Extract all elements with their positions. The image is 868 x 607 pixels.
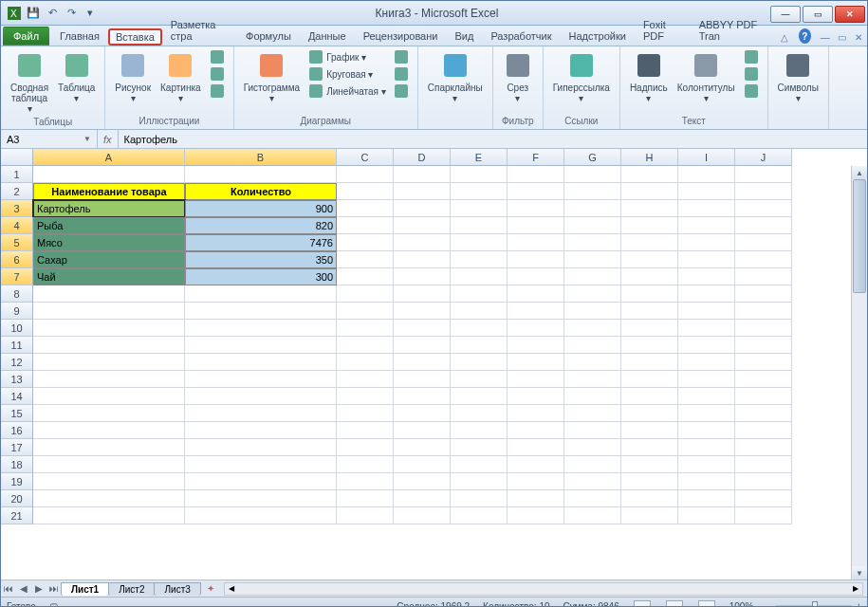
cell-E13[interactable] [451, 371, 508, 388]
cell-D18[interactable] [394, 456, 451, 473]
cell-D21[interactable] [394, 507, 451, 524]
cell-J6[interactable] [735, 251, 792, 268]
cell-F4[interactable] [508, 217, 564, 234]
cell-E14[interactable] [451, 388, 508, 405]
cell-E19[interactable] [451, 473, 508, 490]
cell-B9[interactable] [185, 303, 337, 320]
cell-D11[interactable] [394, 337, 451, 354]
scroll-up-icon[interactable]: ▲ [852, 166, 867, 179]
col-header-E[interactable]: E [451, 149, 508, 166]
cell-A8[interactable] [33, 285, 185, 303]
cell-B20[interactable] [185, 490, 337, 507]
formula-input[interactable]: Картофель [119, 134, 867, 145]
shapes-button[interactable] [207, 48, 228, 65]
headerfooter-button[interactable]: Колонтитулы▾ [674, 48, 739, 105]
doc-restore-icon[interactable]: ▭ [837, 30, 848, 44]
cell-I1[interactable] [678, 166, 735, 183]
cell-I2[interactable] [678, 183, 735, 200]
cell-F12[interactable] [508, 354, 564, 371]
cell-B21[interactable] [185, 507, 337, 524]
sheet-first-icon[interactable]: ⏮ [1, 583, 16, 594]
help-icon[interactable]: ? [799, 28, 811, 44]
cell-H13[interactable] [621, 371, 678, 388]
cell-B16[interactable] [185, 422, 337, 439]
cell-I11[interactable] [678, 337, 735, 354]
cell-H15[interactable] [621, 405, 678, 422]
cell-F3[interactable] [508, 200, 564, 217]
col-header-J[interactable]: J [735, 149, 792, 166]
cell-H14[interactable] [621, 388, 678, 405]
sheet-tab-Лист3[interactable]: Лист3 [154, 582, 200, 596]
cell-F9[interactable] [508, 303, 564, 320]
cell-C12[interactable] [337, 354, 394, 371]
view-layout-button[interactable] [666, 600, 683, 608]
cell-G6[interactable] [564, 251, 621, 268]
spreadsheet-grid[interactable]: ABCDEFGHIJ12Наименование товараКоличеств… [1, 149, 867, 579]
col-header-B[interactable]: B [185, 149, 337, 166]
cell-J18[interactable] [735, 456, 792, 473]
cell-C10[interactable] [337, 320, 394, 337]
cell-D5[interactable] [394, 234, 451, 251]
pie-chart-button[interactable]: Круговая ▾ [305, 65, 389, 83]
cell-E3[interactable] [451, 200, 508, 217]
cell-G2[interactable] [564, 183, 621, 200]
cell-I21[interactable] [678, 507, 735, 524]
cell-J13[interactable] [735, 371, 792, 388]
cell-D2[interactable] [394, 183, 451, 200]
view-pagebreak-button[interactable] [698, 600, 715, 608]
cell-B5[interactable]: 7476 [185, 234, 337, 251]
cell-A21[interactable] [33, 507, 185, 524]
scatter-chart-button[interactable] [391, 65, 412, 83]
doc-close-icon[interactable]: ✕ [853, 30, 864, 44]
cell-G7[interactable] [564, 268, 621, 285]
cell-I8[interactable] [678, 285, 735, 303]
cell-H1[interactable] [621, 166, 678, 183]
cell-H18[interactable] [621, 456, 678, 473]
row-header-16[interactable]: 16 [1, 422, 33, 439]
cell-E12[interactable] [451, 354, 508, 371]
cell-F14[interactable] [508, 388, 564, 405]
cell-I5[interactable] [678, 234, 735, 251]
sheet-next-icon[interactable]: ▶ [31, 583, 46, 594]
row-header-13[interactable]: 13 [1, 371, 33, 388]
cell-A10[interactable] [33, 320, 185, 337]
cell-H17[interactable] [621, 439, 678, 456]
cell-C15[interactable] [337, 405, 394, 422]
sheet-last-icon[interactable]: ⏭ [46, 583, 62, 594]
cell-G9[interactable] [564, 303, 621, 320]
cell-J1[interactable] [735, 166, 792, 183]
row-header-4[interactable]: 4 [1, 217, 33, 234]
tab-Разработчик[interactable]: Разработчик [482, 27, 560, 46]
cell-I3[interactable] [678, 200, 735, 217]
qat-dropdown-icon[interactable]: ▾ [83, 6, 98, 21]
cell-F7[interactable] [508, 268, 564, 285]
cell-H12[interactable] [621, 354, 678, 371]
cell-F18[interactable] [508, 456, 564, 473]
row-header-2[interactable]: 2 [1, 183, 33, 200]
other-chart-button[interactable] [391, 83, 412, 100]
cell-H20[interactable] [621, 490, 678, 507]
vertical-scrollbar[interactable]: ▲ ▼ [851, 166, 867, 579]
save-icon[interactable]: 💾 [26, 6, 41, 21]
cell-E8[interactable] [451, 285, 508, 303]
row-header-10[interactable]: 10 [1, 320, 33, 337]
row-header-8[interactable]: 8 [1, 285, 33, 303]
cell-D8[interactable] [394, 285, 451, 303]
cell-C16[interactable] [337, 422, 394, 439]
row-header-18[interactable]: 18 [1, 456, 33, 473]
cell-B4[interactable]: 820 [185, 217, 337, 234]
cell-E10[interactable] [451, 320, 508, 337]
sheet-tab-Лист1[interactable]: Лист1 [61, 582, 109, 596]
cell-A13[interactable] [33, 371, 185, 388]
cell-D9[interactable] [394, 303, 451, 320]
cell-I15[interactable] [678, 405, 735, 422]
row-header-14[interactable]: 14 [1, 388, 33, 405]
cell-D14[interactable] [394, 388, 451, 405]
cell-J15[interactable] [735, 405, 792, 422]
cell-C21[interactable] [337, 507, 394, 524]
cell-A3[interactable]: Картофель [33, 200, 185, 217]
cell-J9[interactable] [735, 303, 792, 320]
cell-F21[interactable] [508, 507, 564, 524]
cell-J4[interactable] [735, 217, 792, 234]
cell-G8[interactable] [564, 285, 621, 303]
